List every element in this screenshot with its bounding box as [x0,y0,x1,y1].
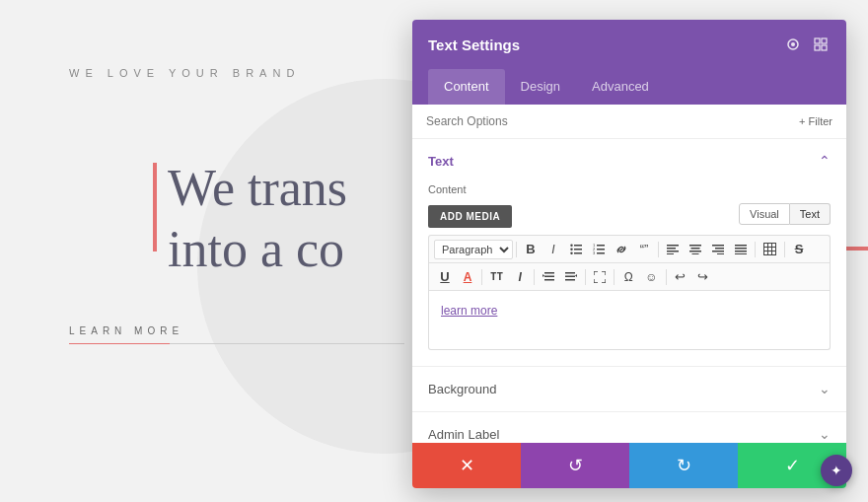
filter-button[interactable]: + Filter [799,115,832,127]
italic2-button[interactable]: I [509,267,531,287]
fullscreen-button[interactable] [589,268,611,286]
content-label: Content [428,183,831,195]
float-action-button[interactable]: ✦ [821,455,852,486]
bg-learn-more-text: LEARN MORE [69,325,183,336]
undo-button[interactable]: ↩ [670,266,691,287]
chevron-down-icon-bg: ⌄ [819,381,831,397]
toolbar-row-2: U A TT I [429,263,830,291]
admin-label-section: Admin Label ⌄ [412,412,846,443]
svg-rect-28 [712,251,724,252]
table-button[interactable] [759,240,781,258]
bg-red-line [153,163,157,251]
svg-point-1 [791,42,795,46]
add-media-button[interactable]: ADD MEDIA [428,205,512,228]
separator5 [481,269,482,285]
grid-icon[interactable] [811,35,831,54]
bold-button[interactable]: B [520,239,542,259]
svg-rect-27 [715,248,724,250]
svg-rect-7 [574,249,582,251]
svg-rect-6 [574,245,582,247]
svg-rect-29 [717,253,724,254]
chevron-down-icon-admin: ⌄ [819,426,831,443]
editor-content[interactable]: learn more [428,291,831,350]
paragraph-select[interactable]: Paragraph [434,240,513,259]
ul-button[interactable] [565,241,587,258]
editor-toolbar: Paragraph B I 123 [428,235,831,291]
editor-mode-row: Visual Text [739,203,831,225]
text-section-header[interactable]: Text ⌃ [412,139,846,183]
indent-more-button[interactable] [560,269,582,285]
svg-rect-20 [667,251,679,252]
text-section-content: Content ADD MEDIA Visual Text Paragraph [412,183,846,366]
svg-rect-8 [574,252,582,254]
ol-button[interactable]: 123 [588,241,610,258]
separator9 [666,269,667,285]
filter-plus-icon: + Filter [799,115,832,127]
italic-button[interactable]: I [542,240,564,259]
svg-rect-23 [691,248,700,250]
text-section-title: Text [428,154,454,169]
tab-design[interactable]: Design [505,69,576,106]
align-right-button[interactable] [707,242,729,257]
svg-rect-22 [689,245,701,247]
reset-button[interactable]: ↺ [521,443,629,488]
link-button[interactable] [611,241,632,258]
font-color-button[interactable]: A [457,267,478,287]
panel-header-icons [783,35,831,54]
underline-button[interactable]: U [434,266,456,287]
separator3 [755,242,756,257]
search-bar: + Filter [412,105,846,139]
emoji-button[interactable]: ☺ [640,267,662,287]
redo-button[interactable]: ↪ [692,266,714,287]
special-char-button[interactable]: Ω [617,267,639,287]
background-section-title: Background [428,382,496,396]
align-center-button[interactable] [685,242,706,257]
text-section: Text ⌃ Content ADD MEDIA Visual Text [412,139,846,367]
tab-content[interactable]: Content [428,69,505,106]
redo-footer-button[interactable]: ↻ [629,443,738,488]
svg-rect-30 [735,245,747,247]
we-love-text: WE LOVE YOUR BRAND [69,67,300,79]
strikethrough-button[interactable]: S [788,239,810,259]
background-section-header[interactable]: Background ⌄ [412,367,846,411]
svg-rect-33 [735,253,747,254]
tt-button[interactable]: TT [485,267,508,286]
float-icon: ✦ [831,463,842,479]
headline-line1: We trans [168,158,347,219]
panel-body: Text ⌃ Content ADD MEDIA Visual Text [412,139,846,443]
svg-rect-39 [544,272,554,274]
cancel-button[interactable]: ✕ [412,443,521,488]
visual-mode-button[interactable]: Visual [739,203,790,225]
svg-rect-24 [689,251,701,252]
align-left-button[interactable] [662,242,684,257]
separator6 [534,269,535,285]
svg-rect-32 [735,251,747,252]
separator4 [784,242,785,257]
svg-rect-12 [597,245,605,247]
svg-point-9 [570,244,572,246]
svg-rect-4 [815,45,820,50]
svg-point-11 [570,251,572,253]
text-mode-button[interactable]: Text [790,203,831,225]
justify-button[interactable] [730,242,752,257]
admin-label-section-header[interactable]: Admin Label ⌄ [412,412,846,443]
svg-rect-2 [815,38,820,43]
svg-text:3: 3 [593,251,596,255]
panel-footer: ✕ ↺ ↻ ✓ [412,443,846,488]
separator7 [585,269,586,285]
svg-rect-13 [597,249,605,251]
background-section: Background ⌄ [412,367,846,412]
svg-rect-31 [735,248,747,250]
separator [516,242,517,257]
tab-advanced[interactable]: Advanced [576,69,665,106]
learn-more-link[interactable]: learn more [441,304,497,318]
search-input[interactable] [426,114,799,128]
svg-rect-5 [822,45,827,50]
separator2 [658,242,659,257]
indent-less-button[interactable] [538,269,559,285]
text-settings-panel: Text Settings Content Design Advanced [412,20,846,488]
chevron-up-icon: ⌃ [819,153,831,170]
maximize-icon[interactable] [783,35,803,54]
quote-button[interactable]: “” [633,239,655,259]
panel-tabs: Content Design Advanced [412,69,846,105]
